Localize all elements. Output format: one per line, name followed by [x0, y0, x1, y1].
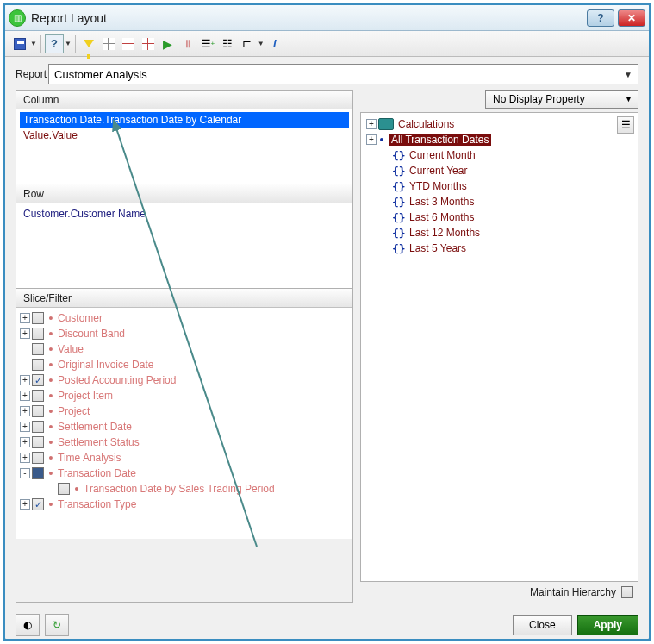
help-dropdown-icon[interactable]: ▼ — [65, 40, 72, 47]
expand-icon[interactable]: + — [20, 453, 30, 463]
slice-item[interactable]: +•Project Item — [20, 388, 349, 403]
tree-action-button[interactable]: ☰ — [617, 116, 634, 134]
slice-checkbox[interactable] — [32, 328, 44, 340]
expand-icon[interactable]: + — [20, 328, 30, 339]
slice-item[interactable]: +✓•Transaction Type — [20, 497, 349, 512]
tree-root[interactable]: Calculations — [398, 118, 454, 130]
column-panel-body[interactable]: Transaction Date.Transaction Date by Cal… — [16, 109, 352, 184]
expand-icon[interactable]: + — [20, 406, 30, 416]
tree-root-selected[interactable]: All Transaction Dates — [389, 134, 491, 146]
tree-child[interactable]: {}Last 6 Months — [366, 209, 632, 225]
slice-checkbox[interactable] — [32, 421, 44, 433]
close-button[interactable]: Close — [513, 615, 572, 635]
brace-icon: {} — [392, 149, 406, 162]
slice-checkbox[interactable]: ✓ — [32, 498, 44, 510]
brace-icon: {} — [392, 227, 406, 240]
slice-checkbox[interactable] — [32, 390, 44, 402]
tree-child-label: Current Year — [409, 165, 467, 177]
slice-item[interactable]: +•Project — [20, 403, 349, 419]
hierarchy-button[interactable]: ⊏ — [238, 34, 257, 53]
slice-item[interactable]: +•Settlement Date — [20, 419, 349, 435]
layout1-button[interactable] — [99, 34, 118, 53]
chart-button[interactable]: ⫴ — [178, 34, 197, 53]
slice-item[interactable]: +•Discount Band — [20, 326, 349, 341]
brace-icon: {} — [392, 165, 406, 178]
slice-item[interactable]: +•Settlement Status — [20, 435, 349, 450]
save-dropdown-icon[interactable]: ▼ — [30, 40, 37, 47]
window-title: Report Layout — [31, 11, 587, 25]
slice-checkbox[interactable] — [32, 467, 44, 479]
apply-button[interactable]: Apply — [577, 615, 638, 635]
filter-button[interactable] — [79, 34, 98, 53]
brace-icon: {} — [392, 196, 406, 209]
expand-icon[interactable]: + — [20, 391, 30, 401]
tree-child[interactable]: {}Current Month — [366, 147, 632, 163]
slice-label: Settlement Status — [58, 436, 140, 448]
slice-item[interactable]: •Transaction Date by Sales Trading Perio… — [20, 481, 349, 497]
report-dropdown[interactable]: Customer Analysis — [48, 64, 638, 84]
report-label: Report — [16, 68, 47, 80]
window-close-button[interactable]: ✕ — [618, 9, 645, 27]
slice-panel-body[interactable]: +•Customer+•Discount Band•Value•Original… — [16, 308, 352, 539]
layout2-button[interactable] — [119, 34, 138, 53]
tree-child[interactable]: {}Current Year — [366, 163, 632, 178]
display-property-dropdown[interactable]: No Display Property — [485, 90, 638, 109]
slice-checkbox[interactable] — [32, 452, 44, 464]
slice-checkbox[interactable] — [32, 405, 44, 417]
tree-child[interactable]: {}YTD Months — [366, 178, 632, 194]
slice-checkbox[interactable] — [32, 359, 44, 371]
slice-checkbox[interactable]: ✓ — [32, 374, 44, 386]
list2-button[interactable]: ☷ — [218, 34, 237, 53]
expand-icon[interactable]: + — [20, 499, 30, 510]
slice-item[interactable]: •Value — [20, 341, 349, 357]
brace-icon: {} — [392, 242, 406, 255]
slice-item[interactable]: +•Time Analysis — [20, 450, 349, 466]
slice-label: Project Item — [58, 390, 113, 402]
play-button[interactable]: ▶ — [159, 34, 178, 53]
hierarchy-dropdown-icon[interactable]: ▼ — [258, 40, 265, 47]
expand-icon[interactable]: + — [20, 422, 30, 432]
row-panel-body[interactable]: Customer.Customer Name — [16, 203, 352, 288]
row-field[interactable]: Customer.Customer Name — [20, 206, 349, 222]
expand-icon[interactable]: + — [366, 134, 377, 145]
tree-child[interactable]: {}Last 5 Years — [366, 241, 632, 256]
slice-item[interactable]: -•Transaction Date — [20, 466, 349, 481]
slice-label: Transaction Type — [58, 498, 136, 510]
expand-icon[interactable]: + — [366, 119, 377, 129]
slice-item[interactable]: +✓•Posted Accounting Period — [20, 372, 349, 388]
slice-panel-header: Slice/Filter — [16, 289, 352, 308]
row-panel-header: Row — [16, 184, 352, 203]
slice-item[interactable]: •Original Invoice Date — [20, 357, 349, 372]
column-field[interactable]: Value.Value — [20, 128, 349, 143]
tree-child[interactable]: {}Last 3 Months — [366, 194, 632, 209]
expand-icon[interactable]: + — [20, 375, 30, 385]
tree-child-label: Last 6 Months — [409, 211, 474, 223]
toolbar: ▼ ? ▼ ▶ ⫴ ☰+ ☷ ⊏ ▼ i — [5, 31, 649, 57]
expand-icon[interactable]: + — [20, 437, 30, 447]
slice-checkbox[interactable] — [32, 343, 44, 355]
tree-child[interactable]: {}Last 12 Months — [366, 225, 632, 241]
calculations-tree[interactable]: ☰ + Calculations + • All Transaction Dat… — [360, 112, 638, 582]
help-dropdown-button[interactable]: ? — [45, 34, 64, 53]
info-button[interactable]: i — [265, 34, 284, 53]
refresh-button[interactable]: ↻ — [45, 614, 69, 636]
list-add-button[interactable]: ☰+ — [198, 34, 217, 53]
expand-icon[interactable]: - — [20, 468, 30, 478]
column-field[interactable]: Transaction Date.Transaction Date by Cal… — [20, 112, 349, 128]
slice-checkbox[interactable] — [32, 312, 44, 324]
globe-button[interactable]: ◐ — [16, 614, 40, 636]
slice-label: Settlement Date — [58, 421, 132, 433]
help-button[interactable]: ? — [587, 9, 614, 27]
tree-child-label: Last 12 Months — [409, 227, 480, 239]
maintain-hierarchy-checkbox[interactable] — [621, 586, 633, 598]
slice-label: Posted Accounting Period — [58, 374, 176, 386]
tree-child-label: Last 5 Years — [409, 242, 466, 254]
maintain-hierarchy-label: Maintain Hierarchy — [530, 586, 616, 598]
slice-checkbox[interactable] — [58, 483, 70, 495]
layout3-button[interactable] — [139, 34, 158, 53]
save-button[interactable] — [10, 34, 29, 53]
expand-icon[interactable]: + — [20, 313, 30, 323]
tree-child-label: Current Month — [409, 149, 476, 161]
slice-checkbox[interactable] — [32, 436, 44, 448]
slice-item[interactable]: +•Customer — [20, 310, 349, 326]
